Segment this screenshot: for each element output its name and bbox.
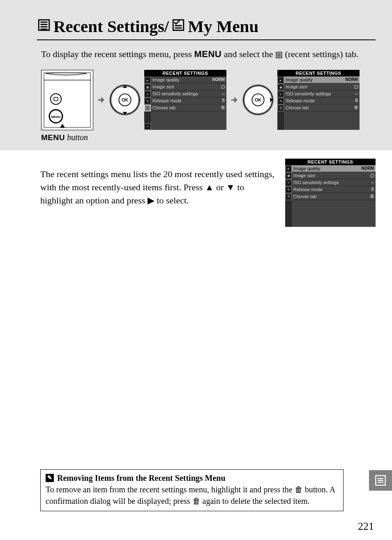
note-body: To remove an item from the recent settin… (46, 484, 338, 507)
menu-screen-2: RECENT SETTINGS ▸ ◉ Y ✎ ☰ Image qualityN… (277, 70, 360, 130)
recent-settings-icon (37, 16, 51, 36)
row-label: ISO sensitivity settings (286, 91, 331, 96)
body-text: to select. (154, 195, 189, 205)
tab-icon: ☰ (285, 194, 292, 200)
row-value: NORM (345, 77, 358, 82)
screen-rows: Image qualityNORM Image size▢ ISO sensit… (284, 76, 360, 130)
row-label: Choose tab (293, 194, 316, 199)
intro-text-2: and select the (221, 49, 275, 59)
tab-icon: ▸ (285, 166, 292, 172)
page-title: Recent Settings/ My Menu (37, 16, 376, 40)
row-value: -- (355, 91, 358, 96)
title-text-2: My Menu (188, 16, 258, 36)
body-text: or (214, 182, 226, 192)
tab-icon: ☰ (277, 105, 284, 111)
row-label: Image size (286, 84, 307, 89)
title-text-1: Recent Settings/ (53, 16, 169, 36)
row-label: ISO sensitivity settings (293, 180, 339, 185)
my-menu-icon (171, 16, 185, 36)
intro-paragraph: To display the recent settings menu, pre… (41, 48, 376, 62)
pencil-icon: ✎ (46, 474, 54, 482)
page-number: 221 (358, 520, 374, 533)
screen-rows: Image qualityNORM Image size▢ ISO sensit… (292, 165, 376, 227)
row-label: Release mode (152, 98, 182, 103)
row-value: ☰ (370, 194, 374, 199)
tab-icon: ◉ (285, 173, 292, 179)
row-value: S (371, 187, 374, 192)
row-label: Release mode (293, 187, 323, 192)
trash-icon: 🗑 (192, 496, 201, 505)
row-label: ISO sensitivity settings (152, 91, 198, 96)
screen-rows: Image qualityNORM Image size▢ ISO sensit… (151, 76, 226, 130)
menu-keyword: MENU (194, 49, 221, 59)
row-value: S (355, 98, 358, 103)
ok-dial: OK (109, 84, 141, 116)
tab-icon: ◉ (144, 84, 151, 90)
row-value: ▢ (221, 84, 225, 89)
row-label: Image quality (293, 166, 320, 171)
tab-icon: ✎ (285, 187, 292, 193)
menu-screen-3: RECENT SETTINGS ▸ ◉ Y ✎ ☰ Image qualityN… (285, 159, 376, 227)
row-label: Image quality (286, 77, 312, 82)
note-text: again to delete the selected item. (201, 496, 310, 505)
trash-icon: 🗑 (295, 485, 303, 494)
row-label: Image size (293, 173, 315, 178)
help-icon: ? (144, 123, 151, 130)
up-triangle-icon: ▲ (205, 181, 214, 194)
ok-dial: OK (242, 84, 274, 116)
tab-icon: Y (285, 180, 292, 186)
body-section: The recent settings menu lists the 20 mo… (0, 150, 392, 227)
camera-caption: MENU button (41, 133, 376, 142)
tab-icon: Y (277, 91, 284, 97)
intro-text: To display the recent settings menu, pre… (41, 49, 194, 59)
down-triangle-icon: ▼ (226, 181, 235, 194)
header-banner: Recent Settings/ My Menu To display the … (0, 0, 392, 150)
row-value: -- (371, 180, 374, 185)
row-value: ▢ (354, 84, 358, 89)
screen-tab-column: ▸ ◉ Y ✎ ☰ ? (144, 76, 151, 130)
row-label: Release mode (286, 98, 315, 103)
svg-text:OK: OK (255, 97, 261, 102)
tab-icon: ✎ (144, 98, 151, 104)
note-text: To remove an item from the recent settin… (46, 485, 295, 494)
screen-tab-column: ▸ ◉ Y ✎ ☰ (277, 76, 284, 130)
tab-icon: ▸ (144, 77, 151, 83)
row-value: ▢ (370, 173, 374, 178)
intro-text-3: (recent settings) tab. (283, 49, 359, 59)
row-label: Choose tab (152, 105, 175, 110)
svg-text:OK: OK (122, 97, 128, 102)
row-value: ☰ (221, 105, 225, 110)
row-value: NORM (361, 166, 374, 171)
note-box: ✎ Removing Items from the Recent Setting… (40, 469, 344, 511)
tab-icon: ✎ (277, 98, 284, 104)
tab-icon-selected: ☰ (144, 105, 151, 111)
row-value: S (222, 98, 225, 103)
row-value: ☰ (354, 105, 358, 110)
row-value: -- (222, 91, 225, 96)
svg-point-14 (51, 94, 61, 104)
note-title: ✎ Removing Items from the Recent Setting… (46, 472, 338, 484)
arrow-right-icon (230, 95, 239, 104)
menu-keyword: MENU (41, 133, 65, 142)
row-label: Image quality (152, 77, 179, 82)
tab-icon: Y (144, 91, 151, 97)
tab-icon: ◉ (277, 84, 284, 90)
note-title-text: Removing Items from the Recent Settings … (57, 472, 226, 484)
menu-screen-1: RECENT SETTINGS ▸ ◉ Y ✎ ☰ ? Image qualit… (144, 70, 226, 130)
row-value: NORM (212, 77, 225, 82)
recent-settings-tab-icon (275, 49, 283, 62)
screen-tab-column: ▸ ◉ Y ✎ ☰ (285, 165, 292, 227)
side-thumb-tab (369, 470, 392, 491)
arrow-right-icon (97, 95, 106, 104)
screen-header: RECENT SETTINGS (144, 70, 226, 76)
screen-header: RECENT SETTINGS (277, 70, 360, 76)
row-label: Choose tab (286, 105, 309, 110)
figure-row: MENU OK RECENT SETTINGS ▸ (41, 70, 376, 130)
body-paragraph: The recent settings menu lists the 20 mo… (40, 168, 276, 207)
svg-text:MENU: MENU (51, 115, 61, 119)
tab-icon: ▸ (277, 77, 284, 83)
right-triangle-icon: ▶ (148, 194, 154, 207)
screen-header: RECENT SETTINGS (285, 159, 376, 165)
camera-diagram: MENU (41, 70, 93, 130)
row-label: Image size (152, 84, 174, 89)
